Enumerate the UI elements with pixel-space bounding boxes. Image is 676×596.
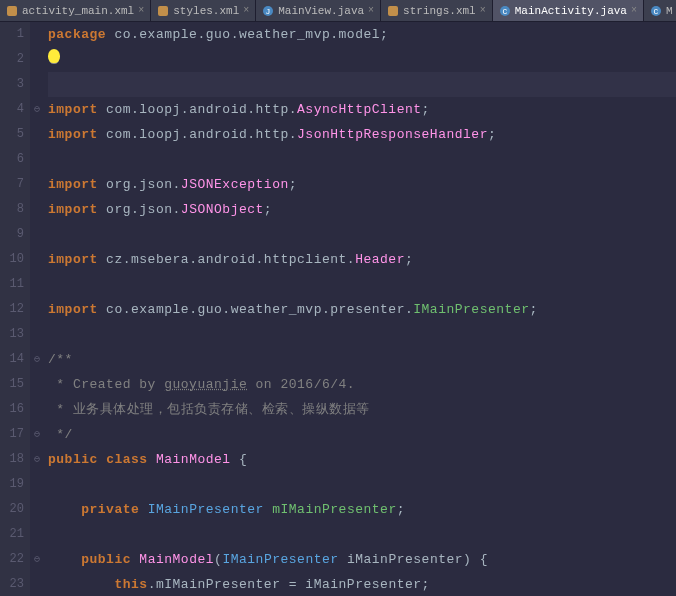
- fold-marker[interactable]: ⊖: [30, 547, 44, 572]
- code-line: */: [48, 422, 676, 447]
- line-number: 18: [0, 447, 24, 472]
- fold-marker: [30, 522, 44, 547]
- code-line: private IMainPresenter mIMainPresenter;: [48, 497, 676, 522]
- svg-rect-0: [7, 6, 17, 16]
- fold-marker[interactable]: ⊖: [30, 347, 44, 372]
- line-number: 8: [0, 197, 24, 222]
- fold-marker[interactable]: ⊖: [30, 97, 44, 122]
- svg-rect-4: [388, 6, 398, 16]
- svg-text:C: C: [654, 7, 659, 16]
- tab-label: MainActivity.java: [515, 5, 627, 17]
- svg-text:C: C: [502, 7, 507, 16]
- fold-column: ⊖⊖⊖⊖⊖: [30, 22, 44, 596]
- fold-marker: [30, 322, 44, 347]
- tab-label: styles.xml: [173, 5, 239, 17]
- tab-label: strings.xml: [403, 5, 476, 17]
- line-number: 1: [0, 22, 24, 47]
- line-number: 5: [0, 122, 24, 147]
- fold-marker: [30, 197, 44, 222]
- code-line: [48, 222, 676, 247]
- line-number: 4: [0, 97, 24, 122]
- fold-marker: [30, 122, 44, 147]
- tab-label: MainView.java: [278, 5, 364, 17]
- fold-marker[interactable]: ⊖: [30, 422, 44, 447]
- fold-marker: [30, 297, 44, 322]
- fold-marker: [30, 172, 44, 197]
- file-icon: [157, 5, 169, 17]
- code-line: [48, 322, 676, 347]
- svg-rect-1: [158, 6, 168, 16]
- fold-marker: [30, 47, 44, 72]
- close-icon[interactable]: ×: [138, 5, 144, 16]
- tab-label: activity_main.xml: [22, 5, 134, 17]
- tab-activity_main-xml[interactable]: activity_main.xml×: [0, 0, 151, 21]
- close-icon[interactable]: ×: [243, 5, 249, 16]
- tab-strings-xml[interactable]: strings.xml×: [381, 0, 493, 21]
- line-number: 2: [0, 47, 24, 72]
- line-number: 19: [0, 472, 24, 497]
- line-number: 13: [0, 322, 24, 347]
- close-icon[interactable]: ×: [368, 5, 374, 16]
- code-line: import com.loopj.android.http.JsonHttpRe…: [48, 122, 676, 147]
- fold-marker: [30, 22, 44, 47]
- lightbulb-icon[interactable]: [48, 49, 60, 63]
- line-number: 14: [0, 347, 24, 372]
- file-icon: [387, 5, 399, 17]
- close-icon[interactable]: ×: [480, 5, 486, 16]
- tab-label: M: [666, 5, 673, 17]
- file-icon: [6, 5, 18, 17]
- code-line: * Created by guoyuanjie on 2016/6/4.: [48, 372, 676, 397]
- line-number: 21: [0, 522, 24, 547]
- fold-marker: [30, 497, 44, 522]
- code-line: package co.example.guo.weather_mvp.model…: [48, 22, 676, 47]
- line-number: 11: [0, 272, 24, 297]
- code-line: public MainModel(IMainPresenter iMainPre…: [48, 547, 676, 572]
- code-line: [48, 47, 676, 72]
- code-line: [48, 522, 676, 547]
- file-icon: C: [650, 5, 662, 17]
- code-line: [48, 272, 676, 297]
- fold-marker: [30, 372, 44, 397]
- file-icon: C: [499, 5, 511, 17]
- line-number: 3: [0, 72, 24, 97]
- tab-m[interactable]: CM×: [644, 0, 676, 21]
- line-number: 15: [0, 372, 24, 397]
- code-line: public class MainModel {: [48, 447, 676, 472]
- file-icon: J: [262, 5, 274, 17]
- line-number: 23: [0, 572, 24, 596]
- tab-mainview-java[interactable]: JMainView.java×: [256, 0, 381, 21]
- line-number: 12: [0, 297, 24, 322]
- fold-marker: [30, 72, 44, 97]
- tab-styles-xml[interactable]: styles.xml×: [151, 0, 256, 21]
- fold-marker: [30, 272, 44, 297]
- fold-marker: [30, 472, 44, 497]
- code-line: import cz.msebera.android.httpclient.Hea…: [48, 247, 676, 272]
- line-number: 9: [0, 222, 24, 247]
- editor-tabs: activity_main.xml×styles.xml×JMainView.j…: [0, 0, 676, 22]
- fold-marker[interactable]: ⊖: [30, 447, 44, 472]
- code-line: import co.example.guo.weather_mvp.presen…: [48, 297, 676, 322]
- fold-marker: [30, 572, 44, 596]
- code-line: [48, 147, 676, 172]
- tab-mainactivity-java[interactable]: CMainActivity.java×: [493, 0, 644, 21]
- line-number-gutter: 1234567891011121314151617181920212223: [0, 22, 30, 596]
- close-icon[interactable]: ×: [631, 5, 637, 16]
- fold-marker: [30, 247, 44, 272]
- line-number: 7: [0, 172, 24, 197]
- line-number: 20: [0, 497, 24, 522]
- code-line: import com.loopj.android.http.AsyncHttpC…: [48, 97, 676, 122]
- svg-text:J: J: [266, 7, 271, 16]
- line-number: 10: [0, 247, 24, 272]
- code-line: [48, 472, 676, 497]
- editor-area: 1234567891011121314151617181920212223 ⊖⊖…: [0, 22, 676, 596]
- code-line: /**: [48, 347, 676, 372]
- code-line: import org.json.JSONException;: [48, 172, 676, 197]
- fold-marker: [30, 397, 44, 422]
- line-number: 16: [0, 397, 24, 422]
- line-number: 22: [0, 547, 24, 572]
- code-line: import org.json.JSONObject;: [48, 197, 676, 222]
- line-number: 6: [0, 147, 24, 172]
- fold-marker: [30, 222, 44, 247]
- line-number: 17: [0, 422, 24, 447]
- code-content[interactable]: package co.example.guo.weather_mvp.model…: [44, 22, 676, 596]
